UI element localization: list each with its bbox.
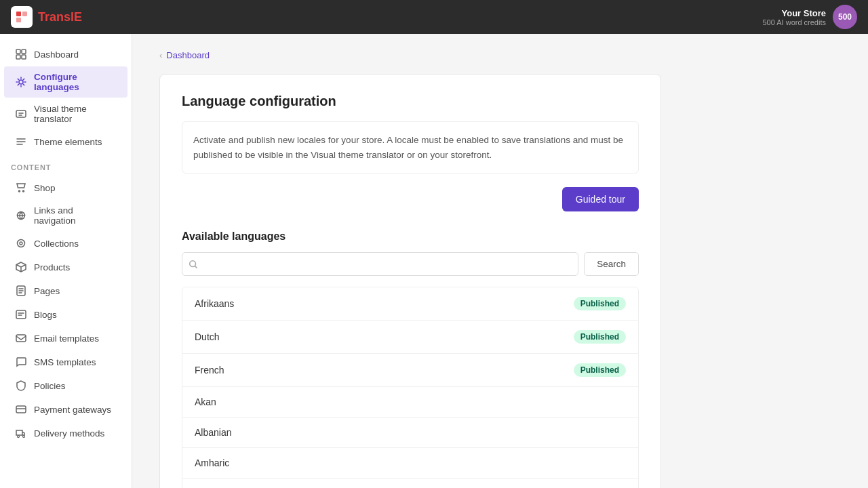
payment-icon [15,403,27,415]
sidebar-item-shop[interactable]: Shop [4,176,127,199]
card-title: Language configuration [182,94,639,109]
language-name: Afrikaans [195,298,234,309]
sidebar-item-products[interactable]: Products [4,256,127,279]
links-icon [15,209,27,222]
language-list-item[interactable]: FrenchPublished [182,354,638,387]
sidebar-item-payment-gateways[interactable]: Payment gateways [4,398,127,421]
app-logo: TranslE [11,6,82,28]
sidebar-item-delivery-methods[interactable]: Delivery methods [4,422,127,445]
main-content: ‹ Dashboard Language configuration Activ… [132,34,868,488]
sidebar-label-blogs: Blogs [34,310,57,320]
sidebar-item-theme-elements[interactable]: Theme elements [4,130,127,153]
user-credits: 500 AI word credits [762,18,826,26]
guided-tour-button[interactable]: Guided tour [562,187,639,211]
language-list-item[interactable]: Akan [182,387,638,418]
sidebar: Dashboard Configure languages Visual the… [0,34,132,488]
info-text: Activate and publish new locales for you… [182,121,639,174]
breadcrumb-chevron-icon: ‹ [159,50,162,60]
svg-rect-5 [16,55,20,59]
blogs-icon [15,308,27,321]
svg-rect-6 [22,55,26,59]
language-config-card: Language configuration Activate and publ… [159,74,661,488]
search-icon [189,260,198,269]
sidebar-label-policies: Policies [34,381,66,391]
search-row: Search [182,252,639,276]
sidebar-item-collections[interactable]: Collections [4,232,127,255]
user-area: Your Store 500 AI word credits 500 [762,5,857,29]
svg-rect-3 [16,49,20,54]
language-list-item[interactable]: AfrikaansPublished [182,287,638,321]
shop-icon [15,182,27,194]
language-list-item[interactable]: DutchPublished [182,321,638,354]
visual-icon [15,108,27,120]
sms-icon [15,356,27,368]
svg-point-10 [23,190,24,192]
search-button[interactable]: Search [584,252,639,276]
sidebar-item-dashboard[interactable]: Dashboard [4,43,127,66]
svg-point-19 [23,436,25,438]
svg-point-7 [19,80,23,84]
sidebar-label-theme-elements: Theme elements [34,137,102,147]
published-badge: Published [574,297,626,310]
language-name: Dutch [195,331,220,342]
language-name: French [195,365,224,375]
delivery-icon [15,427,27,439]
avatar: 500 [833,5,857,29]
language-name: Akan [195,396,216,407]
svg-rect-16 [16,335,26,342]
theme-icon [15,136,27,148]
svg-point-9 [19,190,20,192]
sidebar-item-links-navigation[interactable]: Links and navigation [4,200,127,231]
language-list: AfrikaansPublishedDutchPublishedFrenchPu… [182,287,639,488]
guided-tour-row: Guided tour [182,187,639,211]
sidebar-item-policies[interactable]: Policies [4,374,127,397]
search-input[interactable] [182,252,578,276]
search-input-wrapper [182,252,578,276]
language-list-item[interactable]: Albanian [182,418,638,448]
language-list-item[interactable]: Arabic [182,479,638,488]
sidebar-label-email-templates: Email templates [34,333,99,344]
sidebar-label-pages: Pages [34,286,60,296]
dashboard-icon [15,48,27,60]
svg-rect-17 [16,406,26,413]
sidebar-item-visual-theme-translator[interactable]: Visual theme translator [4,98,127,129]
svg-rect-8 [16,110,26,117]
logo-icon [11,6,33,28]
published-badge: Published [574,330,626,344]
products-icon [15,261,27,273]
breadcrumb-dashboard-link[interactable]: Dashboard [166,50,210,60]
published-badge: Published [574,363,626,377]
sidebar-label-collections: Collections [34,239,79,249]
svg-rect-4 [22,49,26,54]
sidebar-label-sms-templates: SMS templates [34,357,96,367]
svg-rect-0 [16,12,21,16]
sidebar-label-dashboard: Dashboard [34,49,79,60]
layout: Dashboard Configure languages Visual the… [0,34,868,488]
sidebar-item-pages[interactable]: Pages [4,279,127,302]
svg-point-13 [20,242,22,245]
language-list-item[interactable]: Amharic [182,448,638,479]
content-section-label: CONTENT [0,154,132,176]
logo-text: TranslE [38,10,82,24]
svg-rect-15 [16,310,26,319]
topbar: TranslE Your Store 500 AI word credits 5… [0,0,868,34]
email-icon [15,332,27,344]
user-info: Your Store 500 AI word credits [762,8,826,26]
sidebar-label-visual-theme-translator: Visual theme translator [34,104,117,124]
sidebar-label-products: Products [34,262,70,272]
policies-icon [15,380,27,392]
sidebar-label-links-navigation: Links and navigation [34,205,117,226]
sidebar-label-configure-languages: Configure languages [34,72,117,92]
sidebar-item-sms-templates[interactable]: SMS templates [4,350,127,373]
available-languages-title: Available languages [182,230,639,243]
sidebar-item-blogs[interactable]: Blogs [4,303,127,326]
svg-point-12 [18,240,25,247]
svg-rect-1 [22,12,27,16]
pages-icon [15,285,27,297]
svg-point-18 [18,436,20,438]
sidebar-label-shop: Shop [34,183,56,193]
sidebar-item-configure-languages[interactable]: Configure languages [4,66,127,98]
sidebar-item-email-templates[interactable]: Email templates [4,327,127,350]
configure-icon [15,76,27,88]
sidebar-label-payment-gateways: Payment gateways [34,405,111,415]
